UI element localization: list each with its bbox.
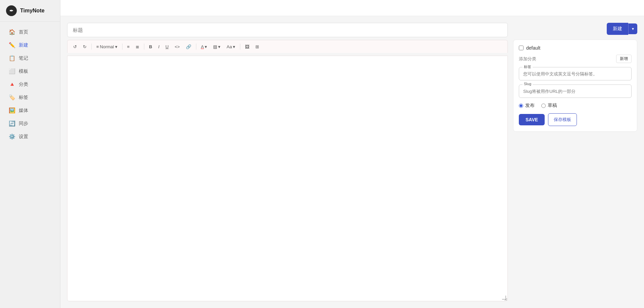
sidebar-label-tags: 标签 [19, 95, 28, 101]
sidebar-item-settings[interactable]: ⚙️ 设置 [3, 130, 57, 143]
bold-button[interactable]: B [147, 42, 154, 51]
tags-field: 标签 [519, 67, 632, 80]
main-content: ↺ ↻ ≡ Normal ▾ ≡ ≣ [60, 0, 644, 308]
draft-label: 草稿 [548, 103, 557, 109]
sidebar-label-notes: 笔记 [19, 55, 28, 61]
sidebar-label-new: 新建 [19, 42, 28, 48]
link-button[interactable]: 🔗 [184, 42, 194, 51]
toolbar-sep-3 [144, 44, 144, 50]
underline-button[interactable]: U [163, 42, 171, 51]
sidebar-label-categories: 分类 [19, 81, 28, 87]
publish-option[interactable]: 发布 [519, 103, 535, 109]
save-button[interactable]: SAVE [519, 114, 545, 125]
underline-icon: U [165, 44, 168, 49]
font-size-chevron-icon: ▾ [233, 44, 235, 49]
paragraph-style-icon: ≡ [96, 44, 99, 49]
slug-field: Slug [519, 84, 632, 98]
sidebar: ✒ TimyNote 🏠 首页 ✏️ 新建 📋 笔记 ⬜ 模板 🔺 分类 🏷️ … [0, 0, 60, 308]
default-checkbox[interactable] [519, 46, 524, 50]
sidebar-item-home[interactable]: 🏠 首页 [3, 26, 57, 38]
home-icon: 🏠 [9, 29, 15, 35]
sidebar-item-notes[interactable]: 📋 笔记 [3, 52, 57, 64]
ul-icon: ≡ [127, 44, 130, 49]
sidebar-label-media: 媒体 [19, 108, 28, 114]
table-button[interactable]: ⊞ [253, 42, 261, 51]
new-button[interactable]: 新建 [607, 23, 628, 35]
tags-label: 标签 [523, 64, 533, 69]
ol-icon: ≣ [136, 44, 139, 49]
editor-toolbar: ↺ ↻ ≡ Normal ▾ ≡ ≣ [67, 40, 508, 53]
style-label: Normal [100, 44, 114, 49]
code-icon: <> [175, 44, 180, 49]
code-button[interactable]: <> [172, 42, 182, 51]
sidebar-label-home: 首页 [19, 29, 28, 35]
italic-icon: I [158, 44, 159, 49]
undo-icon: ↺ [73, 44, 77, 49]
ordered-list-button[interactable]: ≣ [133, 42, 142, 51]
right-panel: 新建 ▾ default 新增 标签 [513, 23, 637, 301]
default-checkbox-label[interactable]: default [519, 45, 632, 51]
editor-body[interactable] [67, 56, 508, 301]
link-icon: 🔗 [186, 44, 191, 49]
sidebar-item-media[interactable]: 🖼️ 媒体 [3, 104, 57, 117]
sidebar-item-categories[interactable]: 🔺 分类 [3, 78, 57, 90]
font-color-select[interactable]: A ▾ [199, 43, 210, 50]
sidebar-item-sync[interactable]: 🔄 同步 [3, 117, 57, 130]
save-template-button[interactable]: 保存模板 [548, 113, 577, 126]
sync-icon: 🔄 [9, 120, 15, 127]
publish-status-row: 发布 草稿 [519, 103, 632, 109]
templates-icon: ⬜ [9, 68, 15, 74]
highlight-select[interactable]: ▨ ▾ [211, 43, 223, 50]
add-category-button[interactable]: 新增 [616, 55, 632, 63]
editor-left: ↺ ↻ ≡ Normal ▾ ≡ ≣ [67, 23, 508, 301]
sidebar-item-new[interactable]: ✏️ 新建 [3, 39, 57, 51]
redo-icon: ↻ [83, 44, 87, 49]
categories-icon: 🔺 [9, 81, 15, 87]
logo-icon: ✒ [6, 5, 17, 16]
bold-icon: B [149, 44, 152, 49]
toolbar-sep-1 [91, 44, 92, 50]
sidebar-item-templates[interactable]: ⬜ 模板 [3, 65, 57, 77]
sidebar-label-templates: 模板 [19, 68, 28, 74]
slug-input[interactable] [523, 89, 627, 94]
toolbar-sep-2 [122, 44, 122, 50]
sidebar-label-settings: 设置 [19, 134, 28, 140]
new-button-group: 新建 ▾ [513, 23, 637, 35]
top-bar [60, 0, 644, 16]
tags-icon: 🏷️ [9, 94, 15, 101]
toolbar-sep-4 [196, 44, 196, 50]
style-chevron-icon: ▾ [115, 44, 117, 49]
settings-icon: ⚙️ [9, 133, 15, 140]
default-label: default [526, 45, 540, 51]
style-select[interactable]: ≡ Normal ▾ [94, 43, 120, 50]
panel-section: default 新增 标签 Slug [513, 40, 637, 132]
notes-icon: 📋 [9, 55, 15, 61]
italic-button[interactable]: I [156, 42, 162, 51]
image-button[interactable]: 🖼 [243, 42, 252, 51]
draft-option[interactable]: 草稿 [541, 103, 557, 109]
font-size-icon: Aa [227, 44, 232, 49]
unordered-list-button[interactable]: ≡ [125, 42, 132, 51]
title-input[interactable] [67, 23, 508, 37]
category-row: 新增 [519, 55, 632, 63]
sidebar-item-tags[interactable]: 🏷️ 标签 [3, 91, 57, 104]
editor-container: ↺ ↻ ≡ Normal ▾ ≡ ≣ [60, 16, 644, 308]
new-dropdown-icon: ▾ [632, 26, 634, 31]
app-logo: ✒ TimyNote [0, 0, 60, 22]
draft-radio[interactable] [541, 104, 546, 108]
toolbar-sep-5 [240, 44, 240, 50]
font-size-select[interactable]: Aa ▾ [224, 43, 238, 50]
new-dropdown-button[interactable]: ▾ [628, 23, 637, 34]
font-color-chevron-icon: ▾ [205, 44, 207, 49]
redo-button[interactable]: ↻ [81, 42, 89, 51]
undo-button[interactable]: ↺ [71, 42, 79, 51]
highlight-chevron-icon: ▾ [218, 44, 220, 49]
sidebar-nav: 🏠 首页 ✏️ 新建 📋 笔记 ⬜ 模板 🔺 分类 🏷️ 标签 🖼️ 媒体 🔄 [0, 22, 60, 147]
publish-radio[interactable] [519, 104, 523, 108]
font-color-icon: A [201, 44, 204, 49]
sidebar-label-sync: 同步 [19, 121, 28, 127]
category-input[interactable] [519, 56, 616, 61]
tags-input[interactable] [523, 71, 627, 76]
slug-label: Slug [523, 82, 533, 86]
app-name: TimyNote [20, 8, 45, 14]
